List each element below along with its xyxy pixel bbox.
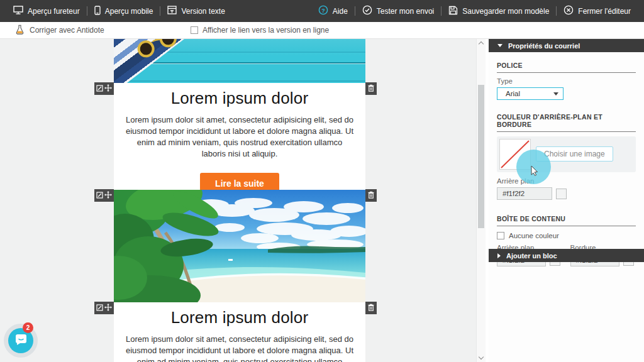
email-paragraph-1[interactable]: Lorem ipsum dolor sit amet, consectetur … <box>125 114 354 160</box>
panel-header-email-properties[interactable]: Propriétés du courriel <box>489 39 644 52</box>
close-editor-button[interactable]: Fermer l'éditeur <box>557 0 638 22</box>
move-block-icon[interactable] <box>104 190 112 201</box>
content-box-section-heading: BOÎTE DE CONTENU <box>497 215 636 226</box>
antidote-label: Corriger avec Antidote <box>30 26 104 35</box>
help-label: Aide <box>333 7 348 16</box>
add-block-header[interactable]: Ajouter un bloc <box>489 249 644 262</box>
canvas-scrollbar <box>476 39 486 362</box>
scrollbar-thumb[interactable] <box>478 85 484 228</box>
delete-block-button-1[interactable] <box>365 82 377 95</box>
save-template-label: Sauvegarder mon modèle <box>462 7 549 16</box>
online-version-checkbox[interactable] <box>191 26 198 34</box>
email-heading-1[interactable]: Lorem ipsum dolor <box>114 83 365 108</box>
text-version-label: Version texte <box>181 7 225 16</box>
help-icon: ? <box>318 5 328 17</box>
test-send-label: Tester mon envoi <box>377 7 434 16</box>
delete-block-button-2[interactable] <box>365 189 377 202</box>
save-template-button[interactable]: Sauvegarder mon modèle <box>441 0 556 22</box>
svg-text:?: ? <box>321 8 325 14</box>
antidote-button[interactable]: Corriger avec Antidote <box>16 22 104 38</box>
duplicate-block-icon[interactable] <box>96 190 103 201</box>
block-controls-1 <box>94 82 114 95</box>
background-color-input[interactable] <box>497 187 552 200</box>
sunglasses-graphic <box>135 39 189 60</box>
email-document: Lorem ipsum dolor Lorem ipsum dolor sit … <box>114 39 365 362</box>
email-image-block-towel[interactable] <box>114 39 365 83</box>
browser-preview-label: Aperçu fureteur <box>28 7 80 16</box>
font-type-value: Arial <box>506 90 520 97</box>
online-version-label: Afficher le lien vers la version en lign… <box>203 26 329 35</box>
email-text-block-2[interactable]: Lorem ipsum dolor Lorem ipsum dolor sit … <box>114 302 365 362</box>
add-block-label: Ajouter un bloc <box>506 252 557 260</box>
chevron-down-icon <box>497 44 502 47</box>
font-type-label: Type <box>497 77 636 85</box>
check-circle-icon <box>362 5 372 17</box>
move-block-icon[interactable] <box>104 83 112 94</box>
background-color-label: Arrière plan <box>497 177 636 185</box>
mouse-cursor-icon <box>531 165 538 178</box>
browser-preview-button[interactable]: Aperçu fureteur <box>6 0 87 22</box>
no-color-checkbox[interactable] <box>497 232 504 239</box>
move-block-icon[interactable] <box>104 302 112 314</box>
trash-icon <box>368 190 374 201</box>
toolbar-left-group: Aperçu fureteur Aperçu mobile Version te… <box>6 0 232 22</box>
email-image-block-beach[interactable] <box>114 190 365 302</box>
toolbar-right-group: ? Aide Tester mon envoi Sauvegarder mon … <box>311 0 638 22</box>
email-paragraph-2[interactable]: Lorem ipsum dolor sit amet, consectetur … <box>125 334 354 362</box>
text-version-icon <box>167 6 177 16</box>
no-color-label: Aucune couleur <box>509 232 559 239</box>
block-controls-3 <box>94 302 114 314</box>
chat-unread-badge: 2 <box>23 322 33 333</box>
panel-title: Propriétés du courriel <box>508 42 580 50</box>
help-button[interactable]: ? Aide <box>311 0 355 22</box>
duplicate-block-icon[interactable] <box>96 83 103 94</box>
top-toolbar: Aperçu fureteur Aperçu mobile Version te… <box>0 0 644 22</box>
font-type-select[interactable]: Arial <box>497 87 564 100</box>
trash-icon <box>368 302 374 314</box>
properties-panel: Propriétés du courriel POLICE Type Arial… <box>489 39 644 362</box>
email-text-block-1[interactable]: Lorem ipsum dolor Lorem ipsum dolor sit … <box>114 83 365 190</box>
phone-icon <box>94 6 101 17</box>
panel-body: POLICE Type Arial COULEUR D'ARRIÈRE-PLAN… <box>489 62 644 266</box>
save-icon <box>448 6 458 17</box>
no-color-option: Aucune couleur <box>497 232 636 239</box>
chat-bubble-icon <box>14 333 28 348</box>
email-heading-2[interactable]: Lorem ipsum dolor <box>114 302 365 327</box>
background-color-swatch[interactable] <box>556 189 567 199</box>
close-circle-icon <box>564 5 574 17</box>
delete-block-button-3[interactable] <box>365 302 377 314</box>
font-section-heading: POLICE <box>497 62 636 73</box>
mobile-preview-label: Aperçu mobile <box>105 7 153 16</box>
online-version-option: Afficher le lien vers la version en lign… <box>191 22 329 38</box>
block-controls-2 <box>94 189 114 202</box>
background-section-heading: COULEUR D'ARRIÈRE-PLAN ET BORDURE <box>497 113 636 132</box>
scroll-up-arrow[interactable] <box>479 41 484 47</box>
test-send-button[interactable]: Tester mon envoi <box>355 0 441 22</box>
scroll-down-arrow[interactable] <box>479 354 484 359</box>
antidote-flask-icon <box>16 25 24 36</box>
trash-icon <box>368 83 374 94</box>
editor-canvas: Lorem ipsum dolor Lorem ipsum dolor sit … <box>0 39 486 362</box>
beach-graphic <box>114 190 365 302</box>
mobile-preview-button[interactable]: Aperçu mobile <box>87 0 160 22</box>
monitor-icon <box>13 6 23 16</box>
select-arrow-icon <box>553 92 558 96</box>
background-image-box: Choisir une image <box>497 136 636 172</box>
duplicate-block-icon[interactable] <box>96 302 103 314</box>
chevron-right-icon <box>497 253 501 258</box>
close-editor-label: Fermer l'éditeur <box>578 7 631 16</box>
sub-toolbar: Corriger avec Antidote Afficher le lien … <box>0 22 644 39</box>
text-version-button[interactable]: Version texte <box>160 0 231 22</box>
